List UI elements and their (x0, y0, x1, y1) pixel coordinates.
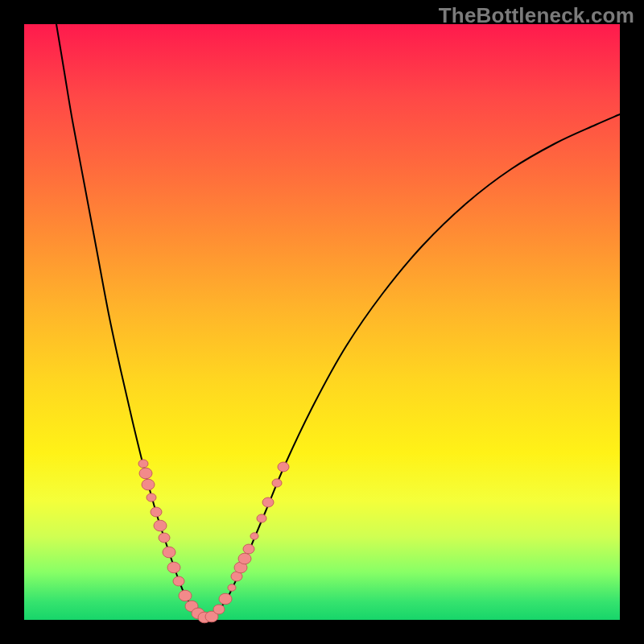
plot-area (24, 24, 620, 620)
svg-point-4 (151, 507, 162, 517)
svg-point-21 (243, 544, 254, 554)
svg-point-26 (278, 462, 289, 472)
gpu-bottleneck-curve (56, 24, 205, 618)
svg-point-24 (262, 497, 274, 507)
svg-point-16 (219, 593, 232, 605)
chart-stage: TheBottleneck.com (0, 0, 644, 644)
svg-point-9 (173, 576, 184, 586)
chart-svg (24, 24, 620, 620)
svg-point-23 (257, 514, 266, 522)
svg-point-7 (163, 547, 175, 558)
svg-point-1 (139, 468, 152, 479)
svg-point-0 (138, 460, 148, 468)
svg-point-5 (154, 520, 167, 531)
svg-point-10 (179, 590, 192, 601)
svg-point-25 (272, 479, 282, 487)
svg-point-22 (250, 533, 258, 540)
svg-point-2 (142, 479, 155, 490)
svg-point-8 (167, 562, 180, 573)
svg-point-3 (147, 493, 156, 502)
cpu-bottleneck-curve (205, 114, 620, 618)
svg-point-20 (238, 553, 251, 564)
svg-point-17 (228, 584, 236, 592)
highlighted-gpu-cluster (138, 460, 289, 623)
svg-point-15 (213, 605, 225, 614)
svg-point-6 (159, 533, 170, 543)
